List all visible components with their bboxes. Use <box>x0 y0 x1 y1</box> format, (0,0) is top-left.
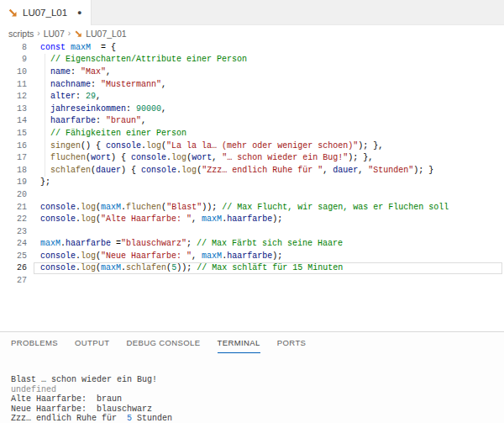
line-number: 25 <box>0 251 27 261</box>
tab-ports[interactable]: PORTS <box>277 332 307 353</box>
panel-tab-bar: PROBLEMS OUTPUT DEBUG CONSOLE TERMINAL P… <box>0 332 504 353</box>
code-line[interactable]: 25console.log("Neue Haarfarbe: ", maxM.h… <box>0 250 504 262</box>
line-number: 13 <box>0 104 27 114</box>
editor-tab-bar: LU07_L01 ● <box>0 0 504 25</box>
code-text: jahreseinkommen: 90000, <box>40 104 166 114</box>
code-line[interactable]: 12 alter: 29, <box>0 90 504 103</box>
chevron-right-icon: › <box>68 29 71 38</box>
code-line[interactable]: 24maxM.haarfarbe ="blauschwarz"; // Max … <box>0 238 504 251</box>
code-text: }; <box>40 177 50 187</box>
code-text: maxM.haarfarbe ="blauschwarz"; // Max Fä… <box>40 239 343 248</box>
code-text: console.log(maxM.schlafen(5)); // Max sc… <box>40 263 343 272</box>
code-text: console.log("Alte Haarfarbe: ", maxM.haa… <box>40 214 282 224</box>
code-line[interactable]: 18 schlafen(dauer) { console.log("Zzz… e… <box>0 164 504 177</box>
terminal-output[interactable]: Blast … schon wieder ein Bug!undefinedAl… <box>0 353 504 423</box>
code-line[interactable]: 27 <box>0 274 504 287</box>
breadcrumb-scripts[interactable]: scripts <box>8 29 34 39</box>
empty-tab-strip <box>92 0 504 25</box>
code-line[interactable]: 22console.log("Alte Haarfarbe: ", maxM.h… <box>0 213 504 225</box>
bottom-panel: PROBLEMS OUTPUT DEBUG CONSOLE TERMINAL P… <box>0 331 504 423</box>
breadcrumb-file[interactable]: LU07_L01 <box>86 29 126 39</box>
code-text: schlafen(dauer) { console.log("Zzz… endl… <box>40 166 433 175</box>
line-number: 14 <box>0 116 27 125</box>
line-number: 27 <box>0 276 27 285</box>
tab-output[interactable]: OUTPUT <box>75 332 109 353</box>
code-line[interactable]: 26console.log(maxM.schlafen(5)); // Max … <box>0 262 504 275</box>
code-text: // Eigenscharten/Attribute einer Person <box>40 55 247 64</box>
line-number: 9 <box>0 55 27 64</box>
code-line[interactable]: 23 <box>0 225 504 238</box>
line-number: 19 <box>0 177 27 187</box>
javascript-file-icon <box>8 8 18 18</box>
code-line[interactable]: 17 fluchen(wort) { console.log(wort, "… … <box>0 151 504 164</box>
tab-terminal[interactable]: TERMINAL <box>218 332 260 353</box>
line-number: 24 <box>0 239 27 248</box>
code-line[interactable]: 11 nachname: "Mustermann", <box>0 78 504 91</box>
line-number: 20 <box>0 190 27 199</box>
line-number: 15 <box>0 129 27 138</box>
code-text: haarfarbe: "braun", <box>40 116 146 125</box>
code-text: singen() { console.log("La la la… (mehr … <box>40 141 383 151</box>
code-text: name: "Max", <box>40 67 111 77</box>
tab-title: LU07_L01 <box>23 8 67 18</box>
javascript-file-icon <box>74 29 82 38</box>
code-text: console.log(maxM.fluchen("Blast")); // M… <box>40 203 449 212</box>
line-number: 22 <box>0 214 27 224</box>
vscode-window: LU07_L01 ● scripts › LU07 › LU07_L01 8co… <box>0 0 504 423</box>
code-line[interactable]: 16 singen() { console.log("La la la… (me… <box>0 140 504 152</box>
code-line[interactable]: 13 jahreseinkommen: 90000, <box>0 103 504 115</box>
code-line[interactable]: 9 // Eigenscharten/Attribute einer Perso… <box>0 54 504 66</box>
code-line[interactable]: 15 // Fähigkeiten einer Person <box>0 127 504 140</box>
breadcrumb: scripts › LU07 › LU07_L01 <box>0 25 504 41</box>
code-lines: 8const maxM = {9 // Eigenscharten/Attrib… <box>0 41 504 287</box>
code-text: // Fähigkeiten einer Person <box>40 129 186 138</box>
terminal-line: Blast … schon wieder ein Bug! <box>11 375 504 385</box>
code-line[interactable]: 19}; <box>0 177 504 189</box>
code-editor[interactable]: 8const maxM = {9 // Eigenscharten/Attrib… <box>0 41 504 331</box>
code-text: alter: 29, <box>40 92 101 101</box>
line-number: 8 <box>0 43 27 52</box>
code-line[interactable]: 8const maxM = { <box>0 41 504 54</box>
breadcrumb-lu07[interactable]: LU07 <box>44 29 65 39</box>
code-text: console.log("Neue Haarfarbe: ", maxM.haa… <box>40 251 282 261</box>
line-number: 10 <box>0 67 27 77</box>
chevron-right-icon: › <box>37 29 39 38</box>
code-text: nachname: "Mustermann", <box>40 80 166 89</box>
tab-debug-console[interactable]: DEBUG CONSOLE <box>126 332 200 353</box>
line-number: 11 <box>0 80 27 89</box>
code-line[interactable]: 14 haarfarbe: "braun", <box>0 115 504 128</box>
unsaved-changes-dot[interactable]: ● <box>77 8 81 17</box>
line-number: 12 <box>0 92 27 101</box>
line-number: 26 <box>0 263 27 272</box>
line-number: 18 <box>0 166 27 175</box>
line-number: 23 <box>0 227 27 236</box>
terminal-line: Neue Haarfarbe: blauschwarz <box>11 404 504 415</box>
code-line[interactable]: 20 <box>0 188 504 201</box>
code-text: fluchen(wort) { console.log(wort, "… sch… <box>40 153 373 162</box>
line-number: 21 <box>0 203 27 212</box>
tab-lu07-l01[interactable]: LU07_L01 ● <box>0 0 92 25</box>
line-number: 17 <box>0 153 27 162</box>
terminal-line: Alte Haarfarbe: braun <box>11 394 504 404</box>
terminal-line: Zzz… endlich Ruhe für 5 Stunden <box>11 414 504 423</box>
code-line[interactable]: 10 name: "Max", <box>0 66 504 78</box>
terminal-line: undefined <box>11 385 504 395</box>
code-text: const maxM = { <box>40 43 116 52</box>
code-line[interactable]: 21console.log(maxM.fluchen("Blast")); //… <box>0 201 504 214</box>
tab-problems[interactable]: PROBLEMS <box>11 332 58 353</box>
line-number: 16 <box>0 141 27 151</box>
